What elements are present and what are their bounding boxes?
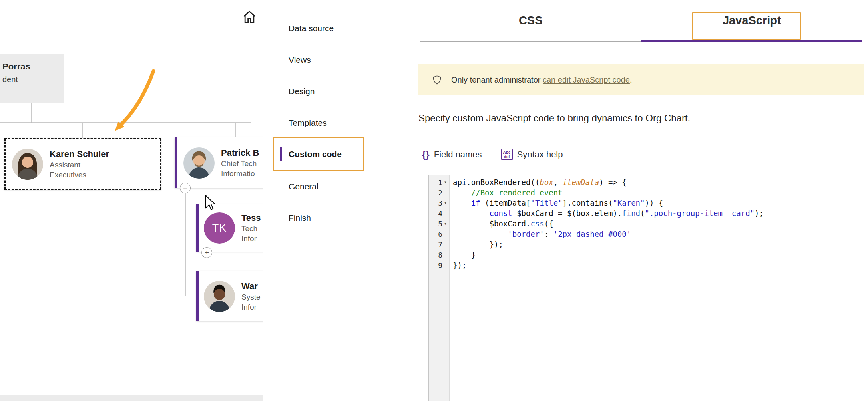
- org-card-partial-name: Porras: [2, 62, 64, 72]
- notice-prefix: Only tenant administrator: [451, 75, 543, 84]
- avatar-warren: [204, 281, 235, 312]
- org-card-partial-title: dent: [2, 75, 64, 84]
- card-department: Executives: [50, 171, 109, 179]
- annotation-arrow: [106, 64, 162, 136]
- card-title: Tech: [241, 224, 261, 233]
- custom-code-panel: CSS JavaScript Only tenant administrator…: [398, 0, 868, 401]
- panel-description: Specify custom JavaScript code to bring …: [418, 113, 690, 124]
- syntax-help-label: Syntax help: [517, 149, 563, 160]
- gutter-line-number: 9: [429, 260, 449, 270]
- card-title: Assistant: [50, 161, 109, 169]
- org-card-partial[interactable]: Porras dent: [0, 54, 64, 103]
- highlight-box-custom-code: [273, 137, 364, 171]
- mouse-cursor: [205, 195, 216, 211]
- menu-item-data-source[interactable]: Data source: [263, 20, 398, 37]
- code-editor[interactable]: 1▾23▾45▾6789 api.onBoxRendered((box, ite…: [428, 175, 862, 401]
- card-title: Chief Tech: [221, 159, 259, 168]
- field-names-label: Field names: [434, 149, 482, 160]
- menu-item-views[interactable]: Views: [263, 51, 398, 69]
- org-chart-configuration-screen: Porras dent Karen Schuler Assistant Exec…: [0, 0, 868, 401]
- org-card-karen-schuler[interactable]: Karen Schuler Assistant Executives: [4, 138, 161, 190]
- gutter-line-number: 1▾: [429, 177, 449, 187]
- menu-item-general[interactable]: General: [263, 178, 398, 195]
- fold-toggle-icon[interactable]: ▾: [442, 221, 448, 226]
- code-line[interactable]: api.onBoxRendered((box, itemData) => {: [453, 177, 862, 187]
- gutter-line-number: 6: [429, 229, 449, 239]
- fold-toggle-icon[interactable]: ▾: [442, 200, 448, 206]
- avatar-karen: [12, 149, 43, 180]
- code-line[interactable]: });: [453, 239, 862, 250]
- card-department: Infor: [241, 303, 261, 312]
- tab-css[interactable]: CSS: [420, 0, 641, 41]
- code-line[interactable]: 'border': '2px dashed #000': [453, 229, 862, 239]
- editor-code[interactable]: api.onBoxRendered((box, itemData) => { /…: [450, 175, 862, 401]
- code-line[interactable]: });: [453, 260, 862, 270]
- gutter-line-number: 5▾: [429, 218, 449, 229]
- card-name: War: [241, 281, 261, 292]
- avatar-patrick: [183, 147, 215, 179]
- expand-node-button[interactable]: +: [201, 247, 212, 258]
- braces-icon: {}: [422, 149, 430, 160]
- code-line[interactable]: if (itemData["Title"].contains("Karen"))…: [453, 198, 862, 208]
- avatar-tess-initials: TK: [204, 212, 235, 244]
- home-icon[interactable]: [241, 9, 257, 25]
- fold-toggle-icon[interactable]: ▾: [442, 179, 448, 185]
- shield-icon: [432, 75, 442, 85]
- highlight-box-javascript-tab: [692, 12, 801, 40]
- menu-item-templates[interactable]: Templates: [263, 114, 398, 132]
- syntax-help-button[interactable]: Abc def Syntax help: [501, 149, 563, 160]
- admin-notice-bar: Only tenant administrator can edit JavaS…: [418, 64, 864, 95]
- notice-suffix: .: [630, 75, 632, 84]
- card-name: Patrick B: [221, 148, 259, 158]
- menu-item-design[interactable]: Design: [263, 83, 398, 100]
- horizontal-scrollbar[interactable]: [0, 395, 263, 401]
- gutter-line-number: 2: [429, 187, 449, 198]
- card-department: Infor: [241, 234, 261, 243]
- collapse-node-button[interactable]: −: [180, 183, 191, 193]
- gutter-line-number: 3▾: [429, 198, 449, 208]
- editor-toolbar: {} Field names Abc def Syntax help: [422, 149, 563, 160]
- edit-javascript-code-link[interactable]: can edit JavaScript code: [543, 75, 630, 84]
- code-line[interactable]: //Box rendered event: [453, 187, 862, 198]
- gutter-line-number: 4: [429, 208, 449, 218]
- notice-text: Only tenant administrator can edit JavaS…: [451, 75, 632, 85]
- wizard-menu: Data source Views Design Templates Custo…: [263, 0, 398, 401]
- card-name: Karen Schuler: [50, 149, 109, 159]
- menu-item-finish[interactable]: Finish: [263, 209, 398, 227]
- code-line[interactable]: }: [453, 250, 862, 260]
- card-name: Tess: [241, 213, 261, 223]
- gutter-line-number: 8: [429, 250, 449, 260]
- card-department: Informatio: [221, 169, 259, 178]
- code-line[interactable]: const $boxCard = $(box.elem).find(".poch…: [453, 208, 862, 218]
- syntax-help-icon: Abc def: [501, 149, 513, 160]
- active-tab-underline: [641, 40, 863, 42]
- field-names-button[interactable]: {} Field names: [422, 149, 482, 160]
- card-title: Syste: [241, 293, 261, 302]
- gutter-line-number: 7: [429, 239, 449, 250]
- editor-gutter: 1▾23▾45▾6789: [429, 175, 450, 401]
- code-line[interactable]: $boxCard.css({: [453, 218, 862, 229]
